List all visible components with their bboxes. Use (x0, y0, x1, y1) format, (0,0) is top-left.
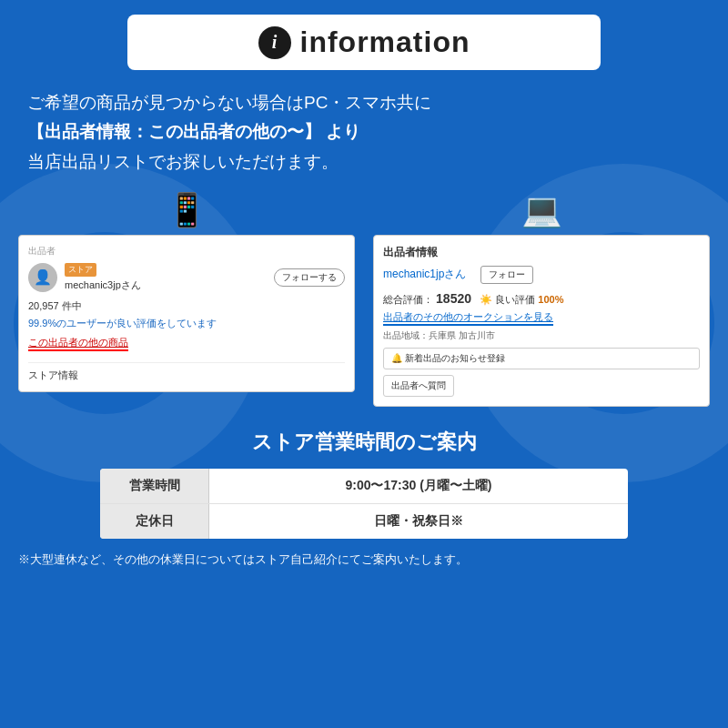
mobile-icon: 📱 (167, 191, 207, 229)
mobile-seller-info: ストア mechanic3jpさん (65, 263, 141, 292)
desc-line3: 当店出品リストでお探しいただけます。 (27, 147, 701, 177)
pc-good-label: 良い評価 (495, 294, 535, 305)
info-icon: i (258, 26, 291, 59)
info-header: i information (127, 15, 601, 70)
pc-icon: 💻 (521, 191, 562, 229)
pc-good-pct: 100% (538, 294, 563, 305)
mobile-store-badge: ストア (65, 263, 96, 277)
desc-line2: 【出品者情報：この出品者の他の〜】 より (27, 117, 701, 147)
hours-row-0: 営業時間 9:00〜17:30 (月曜〜土曜) (100, 469, 628, 504)
pc-follow-btn[interactable]: フォロー (480, 266, 533, 284)
hours-label-1: 定休日 (100, 504, 209, 539)
pc-rating-num: 18520 (436, 291, 471, 306)
store-hours-title: ストア営業時間のご案内 (18, 429, 710, 456)
pc-location: 出品地域：兵庫県 加古川市 (383, 329, 700, 342)
mobile-stats1: 20,957 件中 (28, 299, 345, 313)
info-title: information (300, 25, 470, 59)
mobile-divider (28, 362, 345, 363)
pc-col: 💻 出品者情報 mechanic1jpさん フォロー 総合評価： 18520 ☀… (373, 191, 710, 407)
hours-value-1: 日曜・祝祭日※ (209, 504, 628, 539)
mobile-store-info: ストア情報 (28, 369, 345, 382)
pc-auction-link[interactable]: 出品者のその他のオークションを見る (383, 310, 553, 326)
pc-question-btn[interactable]: 出品者へ質問 (383, 375, 454, 397)
main-container: i information ご希望の商品が見つからない場合はPC・スマホ共に 【… (0, 0, 728, 582)
desc-line1: ご希望の商品が見つからない場合はPC・スマホ共に (27, 88, 701, 117)
description-block: ご希望の商品が見つからない場合はPC・スマホ共に 【出品者情報：この出品者の他の… (18, 88, 710, 177)
hours-table: 営業時間 9:00〜17:30 (月曜〜土曜) 定休日 日曜・祝祭日※ (100, 469, 628, 539)
mobile-other-items-link[interactable]: この出品者の他の商品 (28, 336, 128, 351)
mobile-avatar: 👤 (28, 263, 57, 292)
hours-label-0: 営業時間 (100, 469, 209, 503)
pc-rating-row: 総合評価： 18520 ☀️ 良い評価 100% (383, 291, 700, 307)
pc-seller-row: mechanic1jpさん フォロー (383, 266, 700, 284)
pc-screenshot: 出品者情報 mechanic1jpさん フォロー 総合評価： 18520 ☀️ … (373, 235, 710, 407)
mobile-col: 📱 出品者 👤 ストア mechanic3jpさん フォローする 20,957 … (18, 191, 355, 392)
pc-seller-name: mechanic1jpさん (383, 267, 466, 282)
mobile-screenshot: 出品者 👤 ストア mechanic3jpさん フォローする 20,957 件中… (18, 235, 355, 392)
mobile-section-label: 出品者 (28, 245, 345, 258)
mobile-seller-name: mechanic3jpさん (65, 278, 141, 292)
pc-notify-btn[interactable]: 🔔 新着出品のお知らせ登録 (383, 348, 700, 369)
pc-rating-label: 総合評価： (383, 294, 433, 305)
hours-value-0: 9:00〜17:30 (月曜〜土曜) (209, 469, 628, 503)
screenshots-area: 📱 出品者 👤 ストア mechanic3jpさん フォローする 20,957 … (18, 191, 710, 407)
mobile-stats2: 99.9%のユーザーが良い評価をしています (28, 317, 345, 330)
store-hours-section: ストア営業時間のご案内 営業時間 9:00〜17:30 (月曜〜土曜) 定休日 … (18, 429, 710, 568)
mobile-follow-btn[interactable]: フォローする (274, 268, 345, 287)
mobile-seller-row: 👤 ストア mechanic3jpさん フォローする (28, 263, 345, 292)
pc-section-label: 出品者情報 (383, 245, 700, 260)
hours-note: ※大型連休など、その他の休業日についてはストア自己紹介にてご案内いたします。 (18, 551, 710, 568)
hours-row-1: 定休日 日曜・祝祭日※ (100, 504, 628, 539)
